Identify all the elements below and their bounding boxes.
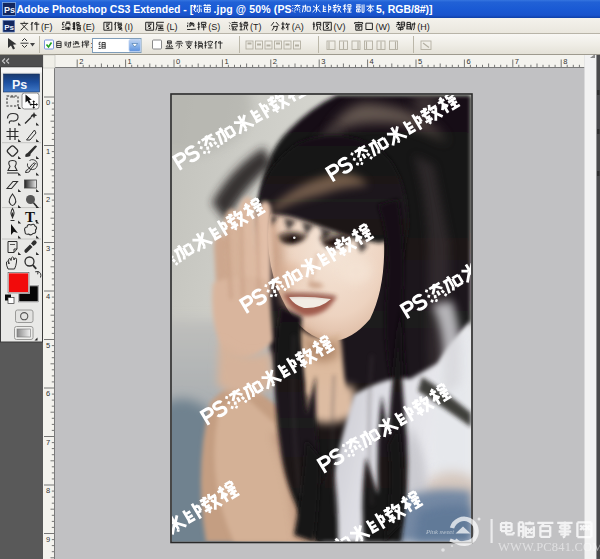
svg-text:Adobe Photoshop CS3 Extended -: Adobe Photoshop CS3 Extended - [ (17, 3, 194, 15)
svg-text:8: 8 (46, 486, 50, 495)
svg-text:(S): (S) (208, 22, 220, 32)
svg-text:Ps: Ps (4, 5, 15, 15)
svg-text:7: 7 (46, 438, 50, 447)
svg-text:T: T (25, 209, 35, 225)
svg-text:6: 6 (46, 389, 50, 398)
svg-text:(A): (A) (292, 22, 304, 32)
svg-text:1: 1 (128, 57, 132, 66)
svg-text:(V): (V) (334, 22, 346, 32)
svg-text:2: 2 (273, 57, 277, 66)
svg-text:2: 2 (79, 57, 83, 66)
svg-text:Pink sweet: Pink sweet (425, 528, 454, 535)
svg-text:6: 6 (466, 57, 470, 66)
svg-text:3: 3 (46, 244, 50, 253)
svg-text:7: 7 (515, 57, 519, 66)
svg-text:(W): (W) (375, 22, 390, 32)
svg-text:(I): (I) (125, 22, 134, 32)
svg-text:5, RGB/8#)]: 5, RGB/8#)] (376, 3, 433, 15)
svg-text:4: 4 (370, 57, 374, 66)
svg-text:5: 5 (418, 57, 422, 66)
svg-text:.jpg @ 50% (PS: .jpg @ 50% (PS (214, 3, 292, 15)
svg-text:3: 3 (321, 57, 325, 66)
svg-text:8: 8 (563, 57, 567, 66)
svg-text:(E): (E) (83, 22, 95, 32)
svg-text:Ps: Ps (12, 78, 27, 92)
svg-text:5: 5 (46, 341, 50, 350)
svg-text:4: 4 (46, 292, 50, 301)
svg-text:2: 2 (46, 195, 50, 204)
svg-text:Ps: Ps (4, 23, 14, 32)
svg-text:(H): (H) (417, 22, 430, 32)
svg-text:0: 0 (176, 57, 180, 66)
svg-text:(L): (L) (166, 22, 177, 32)
svg-text:9: 9 (46, 535, 50, 544)
svg-text:(T): (T) (250, 22, 262, 32)
svg-text:WWW.PC841.COM: WWW.PC841.COM (498, 540, 600, 554)
svg-text:1: 1 (46, 147, 50, 156)
svg-text:0: 0 (46, 98, 50, 107)
svg-text:1: 1 (224, 57, 228, 66)
svg-text:(F): (F) (41, 22, 53, 32)
